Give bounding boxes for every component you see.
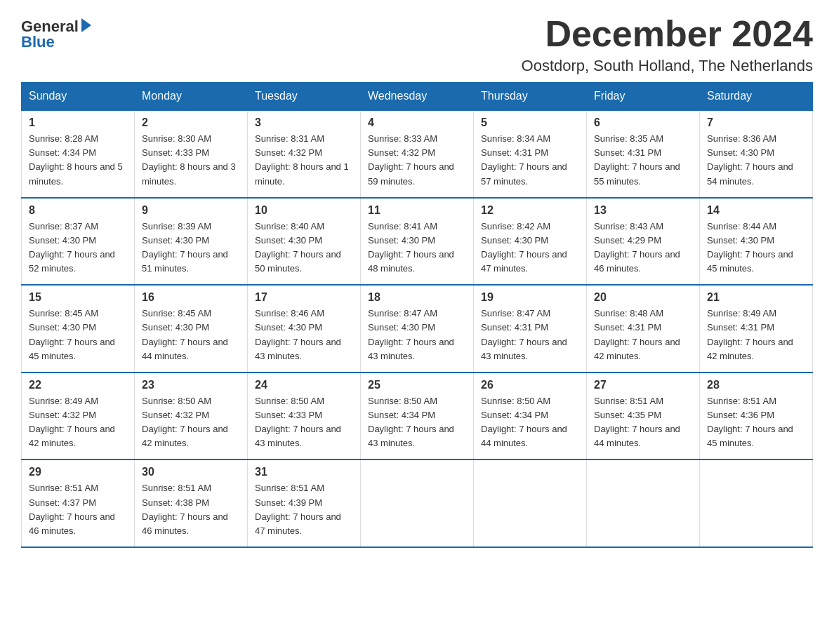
calendar-cell: 13 Sunrise: 8:43 AMSunset: 4:29 PMDaylig…	[587, 198, 700, 286]
day-info: Sunrise: 8:47 AMSunset: 4:30 PMDaylight:…	[368, 307, 466, 363]
day-info: Sunrise: 8:37 AMSunset: 4:30 PMDaylight:…	[29, 220, 127, 276]
day-info: Sunrise: 8:43 AMSunset: 4:29 PMDaylight:…	[594, 220, 692, 276]
day-number: 25	[368, 379, 466, 391]
day-info: Sunrise: 8:40 AMSunset: 4:30 PMDaylight:…	[255, 220, 353, 276]
logo-blue-text: Blue	[21, 33, 55, 51]
day-number: 7	[707, 116, 805, 129]
day-info: Sunrise: 8:36 AMSunset: 4:30 PMDaylight:…	[707, 132, 805, 189]
calendar-week-row: 22 Sunrise: 8:49 AMSunset: 4:32 PMDaylig…	[22, 373, 813, 460]
calendar-cell: 28 Sunrise: 8:51 AMSunset: 4:36 PMDaylig…	[700, 373, 813, 460]
day-number: 26	[481, 379, 579, 391]
calendar-cell: 29 Sunrise: 8:51 AMSunset: 4:37 PMDaylig…	[22, 459, 135, 547]
day-number: 31	[255, 466, 353, 478]
day-info: Sunrise: 8:50 AMSunset: 4:33 PMDaylight:…	[255, 394, 353, 451]
day-number: 5	[481, 116, 579, 129]
calendar-cell	[700, 459, 813, 547]
month-title: December 2024	[522, 14, 813, 54]
calendar-header-wednesday: Wednesday	[361, 83, 474, 111]
calendar-cell: 21 Sunrise: 8:49 AMSunset: 4:31 PMDaylig…	[700, 285, 813, 373]
logo-triangle-icon	[81, 18, 91, 32]
day-info: Sunrise: 8:39 AMSunset: 4:30 PMDaylight:…	[142, 220, 240, 276]
calendar-week-row: 15 Sunrise: 8:45 AMSunset: 4:30 PMDaylig…	[22, 285, 813, 373]
day-info: Sunrise: 8:50 AMSunset: 4:34 PMDaylight:…	[368, 394, 466, 451]
day-info: Sunrise: 8:44 AMSunset: 4:30 PMDaylight:…	[707, 220, 805, 276]
calendar-cell: 6 Sunrise: 8:35 AMSunset: 4:31 PMDayligh…	[587, 110, 700, 198]
calendar-cell: 18 Sunrise: 8:47 AMSunset: 4:30 PMDaylig…	[361, 285, 474, 373]
calendar-cell: 20 Sunrise: 8:48 AMSunset: 4:31 PMDaylig…	[587, 285, 700, 373]
location-title: Oostdorp, South Holland, The Netherlands	[522, 57, 813, 75]
calendar-week-row: 8 Sunrise: 8:37 AMSunset: 4:30 PMDayligh…	[22, 198, 813, 286]
day-info: Sunrise: 8:50 AMSunset: 4:34 PMDaylight:…	[481, 394, 579, 451]
calendar-cell: 16 Sunrise: 8:45 AMSunset: 4:30 PMDaylig…	[135, 285, 248, 373]
day-info: Sunrise: 8:45 AMSunset: 4:30 PMDaylight:…	[29, 307, 127, 363]
calendar-cell: 15 Sunrise: 8:45 AMSunset: 4:30 PMDaylig…	[22, 285, 135, 373]
calendar-cell: 22 Sunrise: 8:49 AMSunset: 4:32 PMDaylig…	[22, 373, 135, 460]
day-info: Sunrise: 8:47 AMSunset: 4:31 PMDaylight:…	[481, 307, 579, 363]
day-number: 10	[255, 204, 353, 217]
day-info: Sunrise: 8:34 AMSunset: 4:31 PMDaylight:…	[481, 132, 579, 189]
day-number: 11	[368, 204, 466, 217]
calendar-week-row: 1 Sunrise: 8:28 AMSunset: 4:34 PMDayligh…	[22, 110, 813, 198]
day-number: 2	[142, 116, 240, 129]
calendar-cell: 1 Sunrise: 8:28 AMSunset: 4:34 PMDayligh…	[22, 110, 135, 198]
day-info: Sunrise: 8:30 AMSunset: 4:33 PMDaylight:…	[142, 132, 240, 189]
calendar-cell: 24 Sunrise: 8:50 AMSunset: 4:33 PMDaylig…	[248, 373, 361, 460]
calendar-table: SundayMondayTuesdayWednesdayThursdayFrid…	[21, 82, 813, 548]
day-number: 21	[707, 291, 805, 304]
calendar-cell: 11 Sunrise: 8:41 AMSunset: 4:30 PMDaylig…	[361, 198, 474, 286]
day-info: Sunrise: 8:31 AMSunset: 4:32 PMDaylight:…	[255, 132, 353, 189]
day-info: Sunrise: 8:42 AMSunset: 4:30 PMDaylight:…	[481, 220, 579, 276]
calendar-cell: 30 Sunrise: 8:51 AMSunset: 4:38 PMDaylig…	[135, 459, 248, 547]
day-info: Sunrise: 8:48 AMSunset: 4:31 PMDaylight:…	[594, 307, 692, 363]
day-info: Sunrise: 8:46 AMSunset: 4:30 PMDaylight:…	[255, 307, 353, 363]
calendar-header-sunday: Sunday	[22, 83, 135, 111]
day-number: 14	[707, 204, 805, 217]
calendar-cell: 19 Sunrise: 8:47 AMSunset: 4:31 PMDaylig…	[474, 285, 587, 373]
day-info: Sunrise: 8:35 AMSunset: 4:31 PMDaylight:…	[594, 132, 692, 189]
day-number: 12	[481, 204, 579, 217]
day-number: 19	[481, 291, 579, 304]
day-info: Sunrise: 8:51 AMSunset: 4:37 PMDaylight:…	[29, 481, 127, 538]
day-number: 27	[594, 379, 692, 391]
day-info: Sunrise: 8:51 AMSunset: 4:36 PMDaylight:…	[707, 394, 805, 451]
calendar-cell: 8 Sunrise: 8:37 AMSunset: 4:30 PMDayligh…	[22, 198, 135, 286]
day-number: 4	[368, 116, 466, 129]
day-info: Sunrise: 8:45 AMSunset: 4:30 PMDaylight:…	[142, 307, 240, 363]
day-number: 13	[594, 204, 692, 217]
day-number: 24	[255, 379, 353, 391]
calendar-week-row: 29 Sunrise: 8:51 AMSunset: 4:37 PMDaylig…	[22, 459, 813, 547]
calendar-cell: 26 Sunrise: 8:50 AMSunset: 4:34 PMDaylig…	[474, 373, 587, 460]
day-info: Sunrise: 8:51 AMSunset: 4:39 PMDaylight:…	[255, 481, 353, 538]
day-info: Sunrise: 8:50 AMSunset: 4:32 PMDaylight:…	[142, 394, 240, 451]
logo: General Blue	[21, 14, 91, 51]
day-info: Sunrise: 8:41 AMSunset: 4:30 PMDaylight:…	[368, 220, 466, 276]
calendar-cell	[474, 459, 587, 547]
calendar-cell: 12 Sunrise: 8:42 AMSunset: 4:30 PMDaylig…	[474, 198, 587, 286]
day-info: Sunrise: 8:51 AMSunset: 4:35 PMDaylight:…	[594, 394, 692, 451]
calendar-cell: 23 Sunrise: 8:50 AMSunset: 4:32 PMDaylig…	[135, 373, 248, 460]
calendar-cell: 25 Sunrise: 8:50 AMSunset: 4:34 PMDaylig…	[361, 373, 474, 460]
calendar-cell: 3 Sunrise: 8:31 AMSunset: 4:32 PMDayligh…	[248, 110, 361, 198]
calendar-cell: 31 Sunrise: 8:51 AMSunset: 4:39 PMDaylig…	[248, 459, 361, 547]
day-info: Sunrise: 8:49 AMSunset: 4:31 PMDaylight:…	[707, 307, 805, 363]
day-number: 1	[29, 116, 127, 129]
day-number: 23	[142, 379, 240, 391]
title-section: December 2024 Oostdorp, South Holland, T…	[522, 14, 813, 75]
calendar-cell	[361, 459, 474, 547]
calendar-header-tuesday: Tuesday	[248, 83, 361, 111]
day-number: 18	[368, 291, 466, 304]
calendar-cell	[587, 459, 700, 547]
calendar-header-saturday: Saturday	[700, 83, 813, 111]
day-number: 30	[142, 466, 240, 478]
calendar-cell: 27 Sunrise: 8:51 AMSunset: 4:35 PMDaylig…	[587, 373, 700, 460]
day-number: 15	[29, 291, 127, 304]
day-info: Sunrise: 8:49 AMSunset: 4:32 PMDaylight:…	[29, 394, 127, 451]
calendar-cell: 14 Sunrise: 8:44 AMSunset: 4:30 PMDaylig…	[700, 198, 813, 286]
calendar-cell: 17 Sunrise: 8:46 AMSunset: 4:30 PMDaylig…	[248, 285, 361, 373]
calendar-header-friday: Friday	[587, 83, 700, 111]
day-number: 16	[142, 291, 240, 304]
day-number: 8	[29, 204, 127, 217]
day-number: 9	[142, 204, 240, 217]
day-info: Sunrise: 8:51 AMSunset: 4:38 PMDaylight:…	[142, 481, 240, 538]
calendar-cell: 4 Sunrise: 8:33 AMSunset: 4:32 PMDayligh…	[361, 110, 474, 198]
